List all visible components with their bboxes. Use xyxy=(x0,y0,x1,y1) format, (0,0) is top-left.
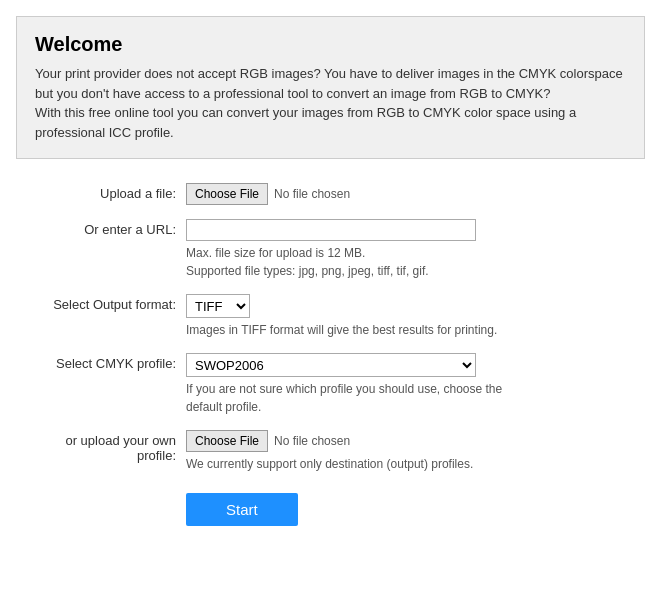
cmyk-profile-select[interactable]: SWOP2006 Fogra39 GRACoL2006 JapanColor20… xyxy=(186,353,476,377)
start-row: Start xyxy=(26,487,635,526)
welcome-box: Welcome Your print provider does not acc… xyxy=(16,16,645,159)
hint-filetypes: Supported file types: jpg, png, jpeg, ti… xyxy=(186,262,635,280)
no-file-text-2: No file chosen xyxy=(274,434,350,448)
output-format-hint: Images in TIFF format will give the best… xyxy=(186,321,635,339)
cmyk-profile-hint-2: default profile. xyxy=(186,400,261,414)
own-profile-hint: We currently support only destination (o… xyxy=(186,455,635,473)
output-format-control: TIFF JPEG PNG Images in TIFF format will… xyxy=(186,294,635,339)
upload-control: Choose File No file chosen xyxy=(186,183,635,205)
start-button[interactable]: Start xyxy=(186,493,298,526)
welcome-title: Welcome xyxy=(35,33,626,56)
url-control: Max. file size for upload is 12 MB. Supp… xyxy=(186,219,635,280)
url-input[interactable] xyxy=(186,219,476,241)
output-format-row: Select Output format: TIFF JPEG PNG Imag… xyxy=(26,294,635,339)
form-area: Upload a file: Choose File No file chose… xyxy=(16,183,645,526)
file-input-wrapper-2: Choose File No file chosen xyxy=(186,430,635,452)
file-input-wrapper-1: Choose File No file chosen xyxy=(186,183,635,205)
output-format-label: Select Output format: xyxy=(26,294,186,312)
choose-file-button-2[interactable]: Choose File xyxy=(186,430,268,452)
upload-file-row: Upload a file: Choose File No file chose… xyxy=(26,183,635,205)
url-row: Or enter a URL: Max. file size for uploa… xyxy=(26,219,635,280)
upload-label: Upload a file: xyxy=(26,183,186,201)
cmyk-profile-row: Select CMYK profile: SWOP2006 Fogra39 GR… xyxy=(26,353,635,416)
hint-filesize: Max. file size for upload is 12 MB. xyxy=(186,244,635,262)
own-profile-row: or upload your ownprofile: Choose File N… xyxy=(26,430,635,473)
own-profile-label: or upload your ownprofile: xyxy=(26,430,186,463)
cmyk-profile-control: SWOP2006 Fogra39 GRACoL2006 JapanColor20… xyxy=(186,353,635,416)
choose-file-button-1[interactable]: Choose File xyxy=(186,183,268,205)
url-label: Or enter a URL: xyxy=(26,219,186,237)
cmyk-profile-label: Select CMYK profile: xyxy=(26,353,186,371)
own-profile-control: Choose File No file chosen We currently … xyxy=(186,430,635,473)
no-file-text-1: No file chosen xyxy=(274,187,350,201)
cmyk-profile-hint-1: If you are not sure which profile you sh… xyxy=(186,382,502,396)
output-format-select[interactable]: TIFF JPEG PNG xyxy=(186,294,250,318)
welcome-description: Your print provider does not accept RGB … xyxy=(35,64,626,142)
